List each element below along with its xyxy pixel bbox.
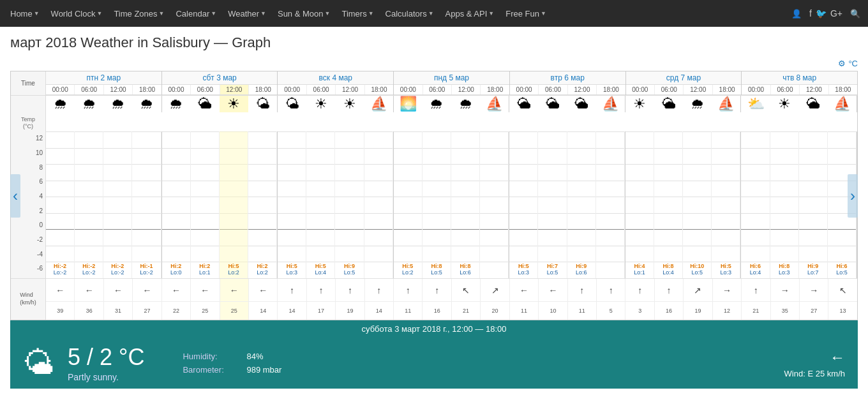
weather-icon-1-1: 🌥 [191, 96, 220, 112]
wind-arrow-2-0: ↑ [278, 279, 306, 301]
barometer-row: Barometer: 989 mbar [183, 365, 281, 375]
time-slot-5-1: 06:00 [655, 85, 684, 94]
time-slot-2-2: 12:00 [336, 85, 364, 94]
temp-slot-0-2: Hi:-2Lo:-2 [103, 131, 132, 278]
nav-calendar[interactable]: Calendar ▼ [170, 6, 221, 21]
temp-graph-wrapper: Hi:-2Lo:-2Hi:-2Lo:-2Hi:-2Lo:-2Hi:-1Lo:-2… [46, 112, 857, 278]
hi-val-3-0: Hi:5 [402, 263, 413, 269]
next-button[interactable]: › [848, 174, 858, 218]
nav-world-clock[interactable]: World Clock ▼ [46, 6, 108, 21]
nav-timers[interactable]: Timers ▼ [336, 6, 378, 21]
nav-weather[interactable]: Weather ▼ [223, 6, 271, 21]
wind-value-0-2: 31 [104, 302, 133, 320]
hi-val-2-2: Hi:9 [344, 263, 355, 269]
hi-val-5-0: Hi:4 [634, 263, 645, 269]
wind-speed: 25 km/h [816, 369, 845, 378]
time-slots-2: 00:0006:0012:0018:00 [278, 85, 393, 95]
hi-val-1-0: Hi:2 [170, 263, 181, 269]
time-slot-3-2: 12:00 [452, 85, 481, 94]
barometer-value: 989 mbar [246, 365, 281, 375]
wind-value-6-1: 35 [771, 302, 800, 320]
prev-button[interactable]: ‹ [10, 174, 20, 218]
nav-time-zones[interactable]: Time Zones ▼ [108, 6, 169, 21]
wind-arrow-1-1: ← [191, 279, 220, 301]
wind-arrow-6-0: ↑ [742, 279, 770, 301]
wind-value-1-3: 14 [249, 302, 278, 320]
wind-value-0-0: 39 [46, 302, 75, 320]
weather-icon-1-0: 🌧 [162, 96, 191, 112]
lo-val-3-0: Lo:2 [402, 269, 414, 276]
navigation: Home ▼ World Clock ▼ Time Zones ▼ Calend… [0, 0, 868, 27]
wind-arrow-3-0: ↑ [394, 279, 423, 301]
nav-free-fun[interactable]: Free Fun ▼ [500, 6, 551, 21]
lo-val-1-2: Lo:2 [228, 269, 239, 276]
barometer-label: Barometer: [183, 365, 234, 375]
chart-container: Time птн 2 мар00:0006:0012:0018:00сбт 3 … [10, 71, 858, 320]
info-detail: 🌤 5 / 2 °C Partly sunny. Humidity: 84% B… [10, 338, 858, 389]
nav-sun-moon[interactable]: Sun & Moon ▼ [273, 6, 335, 21]
facebook-icon[interactable]: f [809, 8, 812, 19]
user-icon[interactable]: 👤 [789, 6, 804, 21]
weather-icon-4-2: 🌥 [567, 96, 596, 112]
hi-val-1-1: Hi:2 [199, 263, 210, 269]
twitter-icon[interactable]: 🐦 [816, 8, 827, 19]
lo-val-4-2: Lo:6 [576, 269, 587, 276]
wind-arrow-0-3: ← [133, 279, 161, 301]
info-temp: 5 / 2 °C [68, 344, 144, 371]
wind-value-4-0: 11 [510, 302, 539, 320]
time-slot-0-3: 18:00 [133, 85, 161, 94]
unit-toggle[interactable]: ⚙ °C [838, 59, 858, 68]
nav-calculators-arrow: ▼ [428, 10, 434, 17]
time-slot-1-1: 06:00 [191, 85, 220, 94]
weather-icon-4-1: 🌥 [538, 96, 567, 112]
wind-direction-label: Wind: E 25 km/h [784, 369, 845, 378]
time-label-col-header: Time [11, 71, 46, 95]
time-slots-0: 00:0006:0012:0018:00 [46, 85, 161, 95]
hi-val-5-1: Hi:8 [663, 263, 674, 269]
weather-icon-2-0: 🌤 [278, 96, 306, 112]
nav-apps-api[interactable]: Apps & API ▼ [440, 6, 500, 21]
wind-y-axis: Wind(km/h) [11, 279, 46, 320]
weather-icon-3-3: ⛵ [480, 96, 509, 112]
time-slot-0-0: 00:00 [46, 85, 75, 94]
weather-icon-2-1: ☀ [306, 96, 335, 112]
day-col-2: вск 4 мар00:0006:0012:0018:00 [278, 71, 394, 95]
temp-axis-label: Temp(°C) [11, 115, 45, 131]
weather-icon-0-2: 🌧 [103, 96, 132, 112]
weather-icon-5-1: 🌥 [654, 96, 683, 112]
hi-val-5-3: Hi:5 [721, 263, 731, 269]
hi-val-3-2: Hi:8 [460, 263, 471, 269]
wind-arrow-5-3: → [713, 279, 742, 301]
day-col-3: пнд 5 мар00:0006:0012:0018:00 [394, 71, 510, 95]
weather-icon-6-2: 🌥 [799, 96, 828, 112]
y-label-12: 12 [11, 131, 45, 146]
nav-timers-arrow: ▼ [368, 10, 374, 17]
time-slot-1-0: 00:00 [162, 85, 191, 94]
weather-icon-5-2: 🌧 [683, 96, 712, 112]
search-icon[interactable]: 🔍 [848, 6, 863, 21]
google-plus-icon[interactable]: G+ [830, 8, 842, 19]
time-slot-5-3: 18:00 [713, 85, 741, 94]
wind-value-5-1: 16 [655, 302, 684, 320]
wind-value-2-0: 14 [278, 302, 306, 320]
info-temp-block: 5 / 2 °C Partly sunny. [68, 344, 144, 382]
weather-icon-col-1: 🌧🌥☀🌤 [162, 96, 278, 112]
y-label--6: -6 [11, 261, 45, 276]
day-name-4: втр 6 мар [510, 71, 625, 85]
weather-icons-row: 🌧🌧🌧🌧🌧🌥☀🌤🌤☀☀⛵🌅🌧🌧⛵🌥🌥🌥⛵☀🌥🌧⛵⛅☀🌥⛵ [46, 96, 857, 112]
time-slots-6: 00:0006:0012:0018:00 [742, 85, 857, 95]
temp-day-col-0: Hi:-2Lo:-2Hi:-2Lo:-2Hi:-2Lo:-2Hi:-1Lo:-2 [46, 131, 162, 278]
temp-slot-5-3: Hi:5Lo:3 [712, 131, 740, 278]
humidity-value: 84% [246, 352, 263, 361]
temp-slot-0-1: Hi:-2Lo:-2 [75, 131, 103, 278]
nav-calendar-arrow: ▼ [211, 10, 216, 17]
weather-icon-col-2: 🌤☀☀⛵ [278, 96, 394, 112]
weather-icon-6-0: ⛅ [741, 96, 770, 112]
wind-arrow-4-3: ↑ [597, 279, 625, 301]
time-slot-4-0: 00:00 [510, 85, 539, 94]
day-name-0: птн 2 мар [46, 71, 161, 85]
wind-arrows-row: ←←←←←←←←↑↑↑↑↑↑↖↗←←↑↑↑↑↗→↑→→↖ [46, 279, 857, 302]
nav-home[interactable]: Home ▼ [5, 6, 45, 21]
nav-calculators[interactable]: Calculators ▼ [380, 6, 439, 21]
temp-slot-2-1: Hi:5Lo:4 [306, 131, 335, 278]
